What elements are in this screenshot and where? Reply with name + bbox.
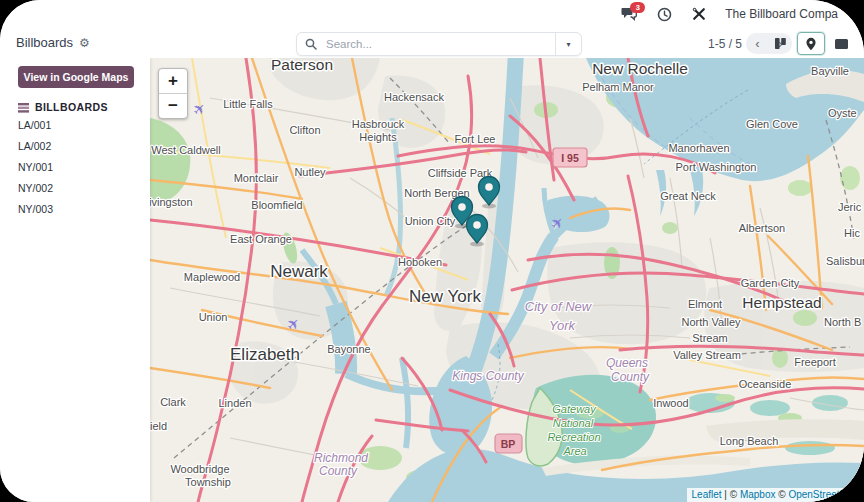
map-label: Nutley [294,166,326,178]
map-label: Bayville [811,65,849,77]
sidebar-item-billboard[interactable]: LA/002 [0,138,150,155]
map-label: Queens [606,356,648,370]
map-label: Great Neck [660,190,716,202]
map-label: County [319,464,358,478]
map-label: Oyste [828,107,857,119]
map-label: County [611,370,650,384]
map-label: Jeric [838,201,862,213]
map-label: North B [824,316,861,328]
pager-value: 1-5 / 5 [708,37,742,51]
systray: 3 The Billboard Compa [0,0,864,28]
list-icon [835,38,849,50]
sidebar-section-title: BILLBOARDS [35,101,108,113]
zoom-control: + − [158,68,188,119]
search-icon [305,38,317,50]
map-label: Richmond [314,451,368,465]
search-dropdown-toggle[interactable]: ▾ [555,33,581,55]
map-label: Oceanside [739,378,792,390]
map-label: Union [199,311,228,323]
messages-badge: 3 [630,2,645,13]
attribution-separator: | © [722,489,740,500]
action-gear-icon[interactable]: ⚙ [79,37,90,49]
map-label: ield [150,420,167,432]
map-label: Garden City [741,277,800,289]
openstreetmap-link[interactable]: OpenStreetMap [788,489,859,500]
breadcrumb: Billboards ⚙ [16,35,90,50]
map-label: Hoboken [398,256,442,268]
list-grid-icon [18,102,29,113]
sidebar-item-billboard[interactable]: NY/003 [0,201,150,218]
map-label: Elmont [688,298,722,310]
kanban-view-button[interactable] [766,32,794,55]
map-label: Albertson [739,222,785,234]
map-label: Hempstead [742,294,821,311]
map-attribution: Leaflet | © Mapbox © OpenStreetMap [687,488,864,502]
app-window: 3 The Billboard Compa Billboards ⚙ [0,0,864,502]
map-label: Gateway [552,403,597,415]
leaflet-link[interactable]: Leaflet [692,489,722,500]
map-label: Livingston [150,196,193,208]
view-in-google-maps-button[interactable]: View in Google Maps [18,66,134,88]
zoom-in-button[interactable]: + [159,69,187,93]
map-label: Bayonne [327,343,370,355]
list-view-button[interactable] [828,32,856,55]
map-label: Hackensack [384,91,444,103]
map-pin-icon [805,37,817,51]
messages-button[interactable]: 3 [620,6,638,22]
map-label: Maplewood [184,271,240,283]
search-bar: ▾ [296,32,582,56]
map-label: Inwood [653,397,688,409]
tools-button[interactable] [690,6,708,22]
map-label: Union City [405,215,456,227]
i95-shield-label: I 95 [561,152,579,164]
sidebar-item-billboard[interactable]: NY/001 [0,159,150,176]
map-label: Hasbrouck [352,118,405,130]
map-label: Little Falls [223,98,273,110]
kanban-icon [774,37,787,50]
mapbox-link[interactable]: Mapbox [740,489,776,500]
map-label: Heights [359,131,397,143]
map-container: I 95 BP ✈ ✈ ✈ PatersonLittle FallsHacken… [150,58,864,502]
map-label: Kings County [452,369,524,383]
map-label: Bloomfield [251,199,302,211]
view-switcher [766,32,856,55]
map-label: Freeport [794,356,836,368]
map-view-button[interactable] [797,32,825,55]
map-label: Manorhaven [668,142,729,154]
map-label: Valley Stream [673,349,741,361]
map-label: Montclair [234,172,279,184]
map-label: Salisbur [826,255,864,267]
zoom-out-button[interactable]: − [159,93,187,118]
map-label: Hic [844,227,860,239]
map-label: Long Beach [720,435,779,447]
map-label: City of New [525,299,593,314]
map-label: New Rochelle [592,60,688,77]
sidebar-item-billboard[interactable]: LA/001 [0,117,150,134]
search-main [297,33,555,55]
map-label: National [553,417,594,429]
control-panel: Billboards ⚙ ▾ 1-5 / 5 ‹ › [0,28,864,58]
map-label: Fort Lee [455,133,496,145]
tools-icon [692,7,706,21]
map-label: Clark [160,396,186,408]
map-label: New York [409,287,481,306]
map-label: Linden [218,397,251,409]
map-label: Paterson [271,58,333,73]
map-label: West Caldwell [151,144,221,156]
attribution-separator: © [775,489,788,500]
map-canvas[interactable]: I 95 BP ✈ ✈ ✈ PatersonLittle FallsHacken… [150,58,864,502]
activities-button[interactable] [655,6,673,22]
sidebar-item-billboard[interactable]: NY/002 [0,180,150,197]
map-label: East Orange [230,233,292,245]
map-label: North Valley [681,316,741,328]
map-label: Clifton [289,124,320,136]
clock-icon [657,7,672,22]
map-label: Woodbridge [170,463,229,475]
map-label: Recreation [547,431,600,443]
company-name[interactable]: The Billboard Compa [725,7,838,21]
page-title[interactable]: Billboards [16,35,73,50]
map-label: Newark [270,262,328,281]
search-input[interactable] [324,37,547,51]
map-label: Pelham Manor [582,81,654,93]
map-label: Elizabeth [230,345,300,364]
